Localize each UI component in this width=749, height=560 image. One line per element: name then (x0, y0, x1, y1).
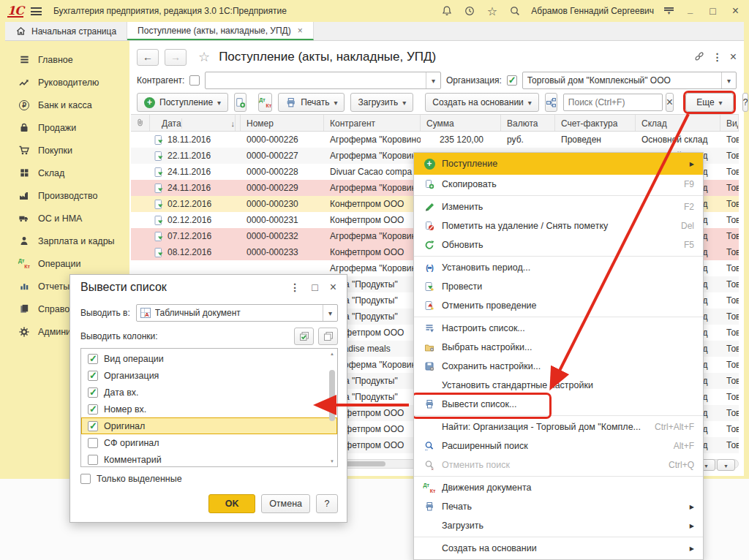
document-movements-button[interactable] (258, 93, 272, 112)
search-icon[interactable] (508, 5, 521, 18)
menu-item-create-based-on[interactable]: Создать на основании (414, 539, 703, 558)
minimize-button[interactable] (684, 5, 696, 18)
column-option-nomer-vh[interactable]: Номер вх. (81, 401, 337, 417)
back-button[interactable] (137, 49, 159, 66)
favorite-star-icon[interactable] (198, 49, 210, 65)
ok-button[interactable]: OK (208, 494, 255, 513)
related-documents-button[interactable] (545, 93, 557, 112)
more-menu-icon[interactable] (712, 51, 723, 63)
menu-item-save-settings[interactable]: Сохранить настройки... (414, 357, 703, 376)
menu-item-cancel-search[interactable]: Отменить поискCtrl+Q (414, 455, 703, 474)
current-user[interactable]: Абрамов Геннадий Сергеевич (531, 6, 654, 16)
notifications-bell-icon[interactable] (440, 5, 453, 18)
column-header-optype[interactable]: Вид операции (720, 115, 739, 131)
sidebar-item-manager[interactable]: Руководителю (5, 71, 129, 94)
dropdown-icon[interactable] (426, 72, 440, 88)
menu-item-find[interactable]: Найти: Организация - Торговый дом "Компл… (414, 417, 703, 436)
column-option-data-vh[interactable]: Дата вх. (81, 384, 337, 401)
checkbox[interactable] (88, 354, 98, 364)
menu-item-receipt[interactable]: Поступление (414, 153, 703, 175)
history-icon[interactable] (463, 5, 475, 18)
dialog-close-icon[interactable] (330, 281, 336, 294)
dropdown-icon[interactable] (323, 305, 337, 321)
organization-filter-combo[interactable] (522, 72, 737, 89)
menu-item-print[interactable]: Печать (414, 497, 703, 516)
menu-item-copy[interactable]: СкопироватьF9 (414, 175, 703, 194)
column-header-contractor[interactable]: Контрагент (324, 115, 421, 131)
menu-item-configure-list[interactable]: Настроить список... (414, 319, 703, 338)
column-header-number[interactable]: Номер (241, 115, 324, 131)
menu-item-advanced-search[interactable]: Расширенный поискAlt+F (414, 436, 703, 455)
create-receipt-button[interactable]: Поступление (137, 93, 228, 112)
contractor-filter-combo[interactable] (205, 72, 441, 89)
menu-item-document-movements[interactable]: Движения документа (414, 478, 703, 497)
sidebar-item-main[interactable]: Главное (5, 48, 129, 71)
check-all-button[interactable] (294, 328, 314, 345)
dropdown-icon[interactable] (721, 72, 736, 88)
column-header-sum[interactable]: Сумма (421, 115, 501, 131)
checkbox[interactable] (88, 455, 98, 465)
organization-filter-checkbox[interactable] (507, 75, 517, 86)
menu-item-edit[interactable]: ИзменитьF2 (414, 197, 703, 216)
menu-item-refresh[interactable]: ОбновитьF5 (414, 235, 703, 254)
checkbox[interactable] (88, 404, 98, 415)
more-button[interactable]: Еще (685, 93, 733, 112)
get-link-icon[interactable] (693, 50, 705, 64)
list-scrollbar[interactable] (328, 351, 336, 464)
create-based-on-button[interactable]: Создать на основании (425, 93, 539, 112)
sidebar-item-production[interactable]: Производство (5, 184, 129, 207)
scroll-end-button[interactable] (717, 459, 735, 471)
menu-item-choose-settings[interactable]: Выбрать настройки... (414, 338, 703, 357)
menu-item-load[interactable]: Загрузить (414, 516, 703, 535)
menu-item-post[interactable]: Провести (414, 277, 703, 296)
help-button[interactable]: ? (742, 93, 749, 112)
tab-close-icon[interactable]: × (298, 26, 303, 36)
cancel-button[interactable]: Отмена (261, 494, 310, 513)
menu-item-unpost[interactable]: Отменить проведение (414, 296, 703, 315)
copy-button[interactable] (234, 93, 246, 112)
dialog-more-icon[interactable] (290, 281, 300, 293)
service-menu-icon[interactable]: ▾ (664, 7, 674, 15)
output-to-input[interactable] (151, 308, 323, 318)
sidebar-item-bank-cash[interactable]: Банк и касса (5, 94, 129, 116)
contractor-filter-checkbox[interactable] (189, 75, 200, 86)
organization-filter-input[interactable] (523, 75, 721, 86)
close-form-icon[interactable] (730, 50, 737, 64)
output-to-combo[interactable] (136, 304, 338, 322)
only-selected-row[interactable]: Только выделенные (80, 474, 182, 484)
column-header-invoice[interactable]: Счет-фактура (555, 115, 636, 131)
main-menu-icon[interactable] (31, 7, 42, 15)
checkbox[interactable] (88, 371, 98, 381)
checkbox[interactable] (88, 387, 98, 398)
column-option-kommentarij[interactable]: Комментарий (81, 451, 337, 468)
sidebar-item-salary-hr[interactable]: Зарплата и кадры (5, 230, 129, 252)
sidebar-item-operations[interactable]: Операции (5, 252, 129, 275)
sidebar-item-purchases[interactable]: Покупки (5, 139, 129, 162)
column-header-date[interactable]: Дата (150, 115, 241, 131)
table-row[interactable]: 18.11.2016 0000-000226 Агроферма "Корови… (131, 132, 739, 148)
column-header-currency[interactable]: Валюта (501, 115, 555, 131)
uncheck-all-button[interactable] (318, 328, 338, 345)
column-option-organizaciya[interactable]: Организация (81, 367, 337, 384)
column-header-warehouse[interactable]: Склад (636, 115, 720, 131)
dialog-help-button[interactable]: ? (316, 494, 338, 513)
dialog-maximize-icon[interactable] (312, 281, 317, 293)
maximize-button[interactable] (707, 5, 719, 18)
checkbox[interactable] (88, 421, 98, 431)
search-box[interactable] (563, 94, 663, 111)
tab-receipts[interactable]: Поступление (акты, накладные, УПД) × (127, 22, 314, 40)
close-button[interactable] (729, 5, 742, 18)
sidebar-item-fixed-assets[interactable]: ОС и НМА (5, 207, 129, 230)
attachment-column-header[interactable] (131, 115, 150, 131)
tab-home[interactable]: Начальная страница (5, 22, 127, 40)
contractor-filter-input[interactable] (206, 75, 426, 86)
forward-button[interactable] (165, 49, 187, 66)
only-selected-checkbox[interactable] (80, 474, 91, 484)
column-option-original[interactable]: Оригинал (81, 417, 337, 434)
column-option-vid-operacii[interactable]: Вид операции (81, 350, 337, 367)
sidebar-item-sales[interactable]: Продажи (5, 116, 129, 139)
search-input[interactable] (564, 97, 686, 107)
load-button[interactable]: Загрузить (350, 93, 413, 112)
checkbox[interactable] (88, 438, 98, 448)
menu-item-standard-settings[interactable]: Установить стандартные настройки (414, 376, 703, 395)
